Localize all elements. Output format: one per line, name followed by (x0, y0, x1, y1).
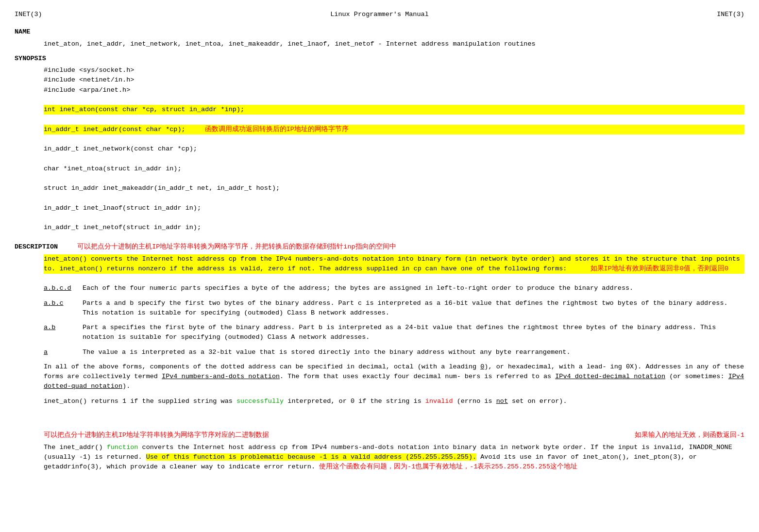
header-right: INET(3) (717, 10, 744, 19)
form-a-def: The value a is interpreted as a 32-bit v… (83, 348, 744, 357)
description-header: DESCRIPTION 可以把点分十进制的主机IP地址字符串转换为网络字节序，并… (15, 237, 744, 254)
include-1: #include <sys/socket.h> (44, 66, 744, 75)
synopsis-title: SYNOPSIS (15, 54, 744, 64)
form-abcd: a.b.c.d Each of the four numeric parts s… (44, 283, 744, 293)
form-abc: a.b.c Parts a and b specify the first tw… (44, 299, 744, 318)
form-abc-term: a.b.c (44, 299, 83, 318)
inet-addr-headers: 可以把点分十进制的主机IP地址字符串转换为网络字节序对应的二进制数据 如果输入的… (15, 431, 744, 440)
header-center: Linux Programmer's Manual (330, 10, 429, 19)
inet-aton-note: 如果IP地址有效则函数返回非0值，否则返回0 (590, 265, 728, 272)
para2: inet_aton() returns 1 if the supplied st… (44, 397, 744, 406)
description-center-note: 可以把点分十进制的主机IP地址字符串转换为网络字节序，并把转换后的数据存储到指针… (77, 242, 396, 252)
inet-addr-center-left: 可以把点分十进制的主机IP地址字符串转换为网络字节序对应的二进制数据 (44, 431, 269, 440)
form-abcd-term: a.b.c.d (44, 283, 83, 293)
func1: int inet_aton(const char *cp, struct in_… (44, 105, 744, 115)
inet-addr-highlight: Use of this function is problematic beca… (146, 453, 477, 461)
func2-line: in_addr_t inet_addr(const char *cp); 函数调… (44, 125, 744, 134)
description-title: DESCRIPTION (15, 242, 58, 252)
include-3: #include <arpa/inet.h> (44, 85, 744, 95)
page-header: INET(3) Linux Programmer's Manual INET(3… (15, 10, 744, 19)
para2-not: not (496, 398, 508, 405)
inet-addr-function: function (107, 444, 138, 451)
inet-addr-note: 使用这个函数会有问题，因为-1也属于有效地址，-1表示255.255.255.2… (319, 463, 577, 470)
form-ab-def: Part a specifies the first byte of the b… (83, 323, 744, 343)
func6: in_addr_t inet_lnaof(struct in_addr in); (44, 203, 744, 213)
form-ab: a.b Part a specifies the first byte of t… (44, 323, 744, 343)
description-section: DESCRIPTION 可以把点分十进制的主机IP地址字符串转换为网络字节序，并… (15, 237, 744, 472)
func2: in_addr_t inet_addr(const char *cp); (44, 125, 186, 134)
func7: in_addr_t inet_netof(struct in_addr in); (44, 223, 744, 233)
func4: char *inet_ntoa(struct in_addr in); (44, 164, 744, 174)
header-left: INET(3) (15, 10, 42, 19)
para1: In all of the above forms, components of… (44, 362, 744, 392)
name-section: NAME inet_aton, inet_addr, inet_network,… (15, 27, 744, 49)
name-content: inet_aton, inet_addr, inet_network, inet… (44, 39, 744, 49)
include-2: #include <netinet/in.h> (44, 75, 744, 85)
form-a-term: a (44, 348, 83, 357)
form-ab-term: a.b (44, 323, 83, 343)
name-title: NAME (15, 27, 744, 37)
inet-addr-center-right: 如果输入的地址无效，则函数返回-1 (635, 431, 744, 440)
func3: in_addr_t inet_network(const char *cp); (44, 144, 744, 154)
inet-addr-para: The inet_addr() function converts the In… (44, 443, 744, 472)
para2-invalid: invalid (425, 398, 453, 405)
synopsis-section: SYNOPSIS #include <sys/socket.h> #includ… (15, 54, 744, 233)
func2-note: 函数调用成功返回转换后的IP地址的网络字节序 (205, 125, 349, 134)
form-abc-def: Parts a and b specify the first two byte… (83, 299, 744, 318)
func5: struct in_addr inet_makeaddr(in_addr_t n… (44, 183, 744, 193)
inet-aton-highlight: inet_aton() converts the Internet host a… (44, 254, 744, 274)
form-a: a The value a is interpreted as a 32-bit… (44, 348, 744, 357)
para2-success: successfully (236, 398, 284, 405)
form-abcd-def: Each of the four numeric parts specifies… (83, 283, 744, 293)
